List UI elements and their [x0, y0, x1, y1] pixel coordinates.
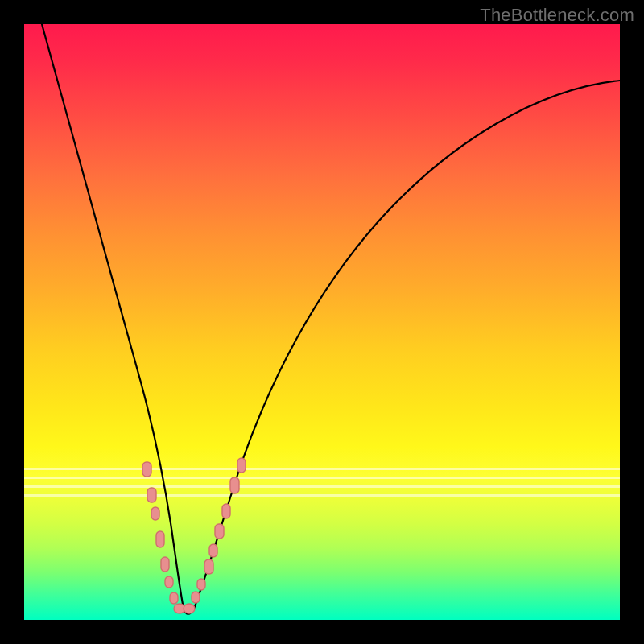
data-marker — [204, 559, 213, 574]
marker-group — [142, 458, 246, 613]
data-marker — [151, 507, 159, 520]
data-marker — [165, 576, 173, 588]
data-marker — [222, 504, 230, 518]
data-marker — [197, 579, 205, 590]
data-marker — [237, 458, 246, 473]
data-marker — [147, 488, 156, 502]
data-marker — [161, 557, 169, 572]
data-marker — [156, 531, 164, 547]
watermark-text: TheBottleneck.com — [480, 5, 634, 26]
chart-svg — [24, 24, 620, 620]
bottleneck-curve — [42, 24, 620, 614]
chart-plot-area — [24, 24, 620, 620]
data-marker — [230, 477, 239, 493]
data-marker — [184, 604, 195, 613]
data-marker — [142, 462, 151, 477]
data-marker — [215, 524, 224, 539]
data-marker — [209, 544, 217, 557]
data-marker — [170, 592, 178, 604]
data-marker — [192, 592, 200, 603]
